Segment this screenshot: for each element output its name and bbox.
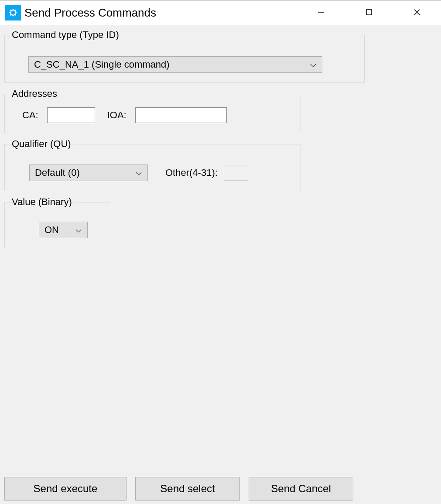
send-select-label: Send select	[160, 483, 215, 495]
send-select-button[interactable]: Send select	[135, 477, 240, 501]
close-icon	[413, 8, 421, 17]
send-cancel-label: Send Cancel	[271, 483, 331, 495]
qualifier-other-label: Other(4-31):	[165, 167, 218, 178]
ca-label: CA:	[22, 110, 38, 121]
value-legend: Value (Binary)	[12, 196, 74, 208]
qualifier-legend: Qualifier (QU)	[12, 138, 73, 150]
value-selected: ON	[44, 224, 59, 236]
window-title: Send Process Commands	[24, 6, 156, 20]
svg-rect-2	[366, 10, 372, 15]
qualifier-other-input	[224, 165, 248, 181]
qualifier-value: Default (0)	[35, 167, 80, 178]
maximize-button[interactable]	[345, 0, 393, 25]
command-type-legend: Command type (Type ID)	[12, 29, 121, 41]
maximize-icon	[365, 8, 373, 17]
minimize-button[interactable]	[297, 0, 345, 25]
value-group: Value (Binary) ON	[4, 196, 111, 248]
addresses-legend: Addresses	[12, 88, 59, 99]
chevron-down-icon	[310, 59, 317, 70]
command-type-group: Command type (Type ID) C_SC_NA_1 (Single…	[4, 29, 365, 83]
svg-point-0	[11, 10, 15, 14]
chevron-down-icon	[75, 224, 82, 236]
value-select[interactable]: ON	[39, 222, 88, 238]
command-type-select[interactable]: C_SC_NA_1 (Single command)	[28, 56, 322, 73]
send-execute-button[interactable]: Send execute	[4, 477, 126, 501]
addresses-group: Addresses CA: IOA:	[4, 88, 301, 133]
qualifier-group: Qualifier (QU) Default (0) Other(4-31):	[4, 138, 301, 191]
qualifier-select[interactable]: Default (0)	[29, 165, 148, 181]
action-buttons: Send execute Send select Send Cancel	[4, 477, 353, 501]
close-button[interactable]	[393, 0, 441, 25]
send-execute-label: Send execute	[34, 483, 98, 495]
minimize-icon	[317, 8, 325, 17]
dialog-content: Command type (Type ID) C_SC_NA_1 (Single…	[0, 25, 441, 504]
ioa-label: IOA:	[107, 110, 126, 121]
titlebar: Send Process Commands	[0, 0, 441, 25]
ca-input[interactable]	[47, 107, 95, 123]
chevron-down-icon	[135, 167, 142, 178]
ioa-input[interactable]	[135, 107, 227, 123]
app-icon	[5, 5, 21, 21]
window-controls	[297, 0, 441, 25]
command-type-value: C_SC_NA_1 (Single command)	[34, 59, 170, 70]
send-cancel-button[interactable]: Send Cancel	[249, 477, 353, 501]
